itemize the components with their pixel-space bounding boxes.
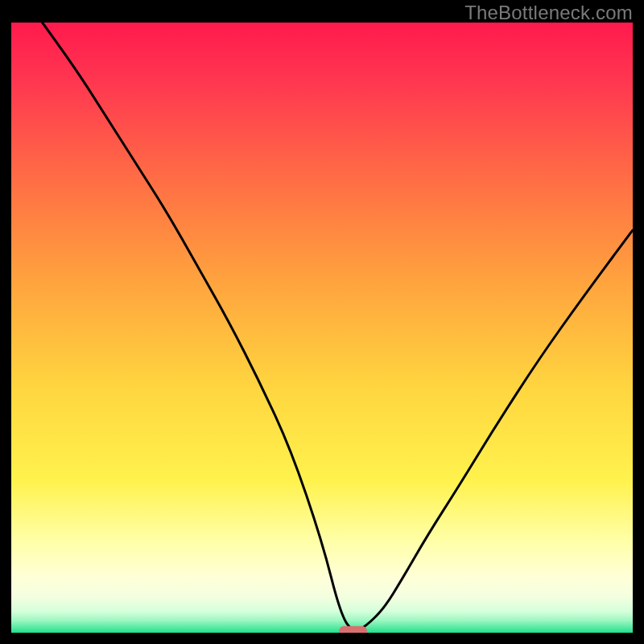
watermark-text: TheBottleneck.com <box>464 2 633 24</box>
chart-frame <box>11 23 633 633</box>
optimal-point-marker <box>339 626 367 633</box>
bottleneck-chart <box>11 23 633 633</box>
